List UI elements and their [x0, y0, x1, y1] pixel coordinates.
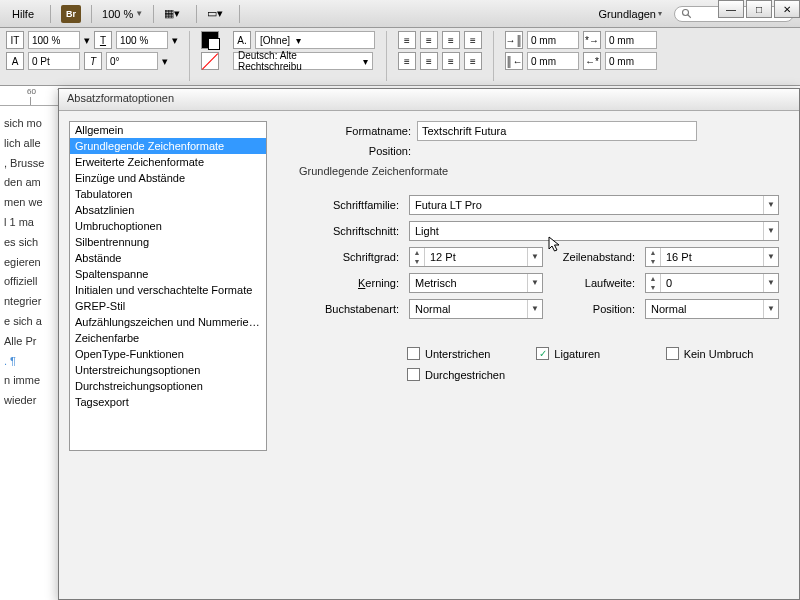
vertical-scale-icon: T [94, 31, 112, 49]
sidebar-item[interactable]: Absatzlinien [70, 202, 266, 218]
sidebar-item[interactable]: Tabulatoren [70, 186, 266, 202]
search-icon [681, 8, 693, 20]
last-line-indent-input[interactable] [605, 52, 657, 70]
control-panel: IT ▾ T ▾ A T ▾ A. [Ohne]▾ [0, 28, 800, 86]
divider [153, 5, 154, 23]
position-label: Position: [297, 145, 417, 157]
step-up-icon[interactable]: ▲ [646, 248, 660, 257]
maximize-button[interactable]: □ [746, 0, 772, 18]
chevron-down-icon[interactable]: ▾ [172, 34, 178, 47]
workspace-label: Grundlagen [599, 8, 657, 20]
kerning-label: Kerning: [297, 277, 403, 289]
sidebar-item[interactable]: Unterstreichungsoptionen [70, 362, 266, 378]
schriftfamilie-combo[interactable]: Futura LT Pro▼ [409, 195, 779, 215]
chevron-down-icon: ▼ [763, 248, 778, 266]
align-right-icon[interactable]: ≡ [442, 31, 460, 49]
step-up-icon[interactable]: ▲ [410, 248, 424, 257]
sidebar-item[interactable]: Tagsexport [70, 394, 266, 410]
horizontal-scale-input[interactable] [28, 31, 80, 49]
sidebar-item[interactable]: Zeichenfarbe [70, 330, 266, 346]
zoom-level-combo[interactable]: 100 % ▼ [102, 8, 143, 20]
formatname-input[interactable] [417, 121, 697, 141]
chevron-down-icon: ▼ [763, 196, 778, 214]
baseline-shift-input[interactable] [28, 52, 80, 70]
divider [493, 31, 494, 81]
chevron-down-icon: ▼ [135, 9, 143, 18]
justify-center-icon[interactable]: ≡ [420, 52, 438, 70]
help-menu[interactable]: Hilfe [6, 6, 40, 22]
sidebar-item[interactable]: Aufzählungszeichen und Nummerierung [70, 314, 266, 330]
sidebar-item[interactable]: Umbruchoptionen [70, 218, 266, 234]
step-down-icon[interactable]: ▼ [646, 257, 660, 266]
ligaturen-checkbox[interactable]: ✓Ligaturen [536, 347, 653, 360]
chevron-down-icon[interactable]: ▾ [162, 55, 168, 68]
kerning-combo[interactable]: Metrisch▼ [409, 273, 543, 293]
sidebar-item[interactable]: Silbentrennung [70, 234, 266, 250]
step-down-icon[interactable]: ▼ [410, 257, 424, 266]
chevron-down-icon[interactable]: ▾ [84, 34, 90, 47]
app-top-toolbar: Hilfe Br 100 % ▼ ▦▾ ▭▾ Grundlagen ▾ [0, 0, 800, 28]
step-down-icon[interactable]: ▼ [646, 283, 660, 292]
workspace-switcher[interactable]: Grundlagen ▾ [599, 8, 663, 20]
dialog-content: Formatname: Position: Grundlegende Zeich… [273, 111, 799, 599]
laufweite-label: Laufweite: [549, 277, 639, 289]
left-indent-input[interactable] [527, 31, 579, 49]
sidebar-item[interactable]: Abstände [70, 250, 266, 266]
left-indent-icon: →║ [505, 31, 523, 49]
window-controls: — □ ✕ [718, 0, 800, 18]
position2-combo[interactable]: Normal▼ [645, 299, 779, 319]
buchstabenart-combo[interactable]: Normal▼ [409, 299, 543, 319]
justify-icon[interactable]: ≡ [464, 31, 482, 49]
sidebar-item[interactable]: Allgemein [70, 122, 266, 138]
right-indent-input[interactable] [527, 52, 579, 70]
skew-input[interactable] [106, 52, 158, 70]
fill-stroke-icon[interactable] [201, 31, 219, 49]
close-button[interactable]: ✕ [774, 0, 800, 18]
paragraph-style-options-dialog: Absatzformatoptionen AllgemeinGrundlegen… [58, 88, 800, 600]
sidebar-item[interactable]: OpenType-Funktionen [70, 346, 266, 362]
first-line-indent-input[interactable] [605, 31, 657, 49]
align-left-icon[interactable]: ≡ [398, 31, 416, 49]
sidebar-item[interactable]: GREP-Stil [70, 298, 266, 314]
unterstrichen-checkbox[interactable]: Unterstrichen [407, 347, 524, 360]
laufweite-combo[interactable]: ▲▼ 0▼ [645, 273, 779, 293]
chevron-down-icon: ▼ [527, 300, 542, 318]
sidebar-item[interactable]: Spaltenspanne [70, 266, 266, 282]
view-options-icon[interactable]: ▦▾ [164, 7, 186, 20]
minimize-button[interactable]: — [718, 0, 744, 18]
no-stroke-icon[interactable] [201, 52, 219, 70]
sidebar-item[interactable]: Durchstreichungsoptionen [70, 378, 266, 394]
sidebar-item[interactable]: Grundlegende Zeichenformate [70, 138, 266, 154]
divider [239, 5, 240, 23]
section-heading: Grundlegende Zeichenformate [299, 165, 783, 177]
bridge-icon[interactable]: Br [61, 5, 81, 23]
char-style-combo[interactable]: [Ohne]▾ [255, 31, 375, 49]
justify-right-icon[interactable]: ≡ [442, 52, 460, 70]
zeilenabstand-combo[interactable]: ▲▼ 16 Pt▼ [645, 247, 779, 267]
kein-umbruch-checkbox[interactable]: Kein Umbruch [666, 347, 783, 360]
justify-left-icon[interactable]: ≡ [398, 52, 416, 70]
sidebar-item[interactable]: Einzüge und Abstände [70, 170, 266, 186]
justify-all-icon[interactable]: ≡ [464, 52, 482, 70]
schriftfamilie-label: Schriftfamilie: [297, 199, 403, 211]
dialog-sidebar: AllgemeinGrundlegende ZeichenformateErwe… [59, 111, 273, 599]
schriftgrad-combo[interactable]: ▲▼ 12 Pt▼ [409, 247, 543, 267]
first-line-indent-icon: *→ [583, 31, 601, 49]
durchgestrichen-checkbox[interactable]: Durchgestrichen [407, 368, 524, 381]
schriftschnitt-combo[interactable]: Light▼ [409, 221, 779, 241]
divider [386, 31, 387, 81]
divider [189, 31, 190, 81]
category-list[interactable]: AllgemeinGrundlegende ZeichenformateErwe… [69, 121, 267, 451]
sidebar-item[interactable]: Erweiterte Zeichenformate [70, 154, 266, 170]
language-combo[interactable]: Deutsch: Alte Rechtschreibu▾ [233, 52, 373, 70]
document-text-area: sich molich alle, Brusseden ammen wel 1 … [0, 106, 60, 600]
screen-mode-icon[interactable]: ▭▾ [207, 7, 229, 20]
chevron-down-icon: ▾ [658, 9, 662, 18]
divider [91, 5, 92, 23]
step-up-icon[interactable]: ▲ [646, 274, 660, 283]
chevron-down-icon: ▼ [763, 274, 778, 292]
align-center-icon[interactable]: ≡ [420, 31, 438, 49]
vertical-scale-input[interactable] [116, 31, 168, 49]
sidebar-item[interactable]: Initialen und verschachtelte Formate [70, 282, 266, 298]
zeilenabstand-label: Zeilenabstand: [549, 251, 639, 263]
